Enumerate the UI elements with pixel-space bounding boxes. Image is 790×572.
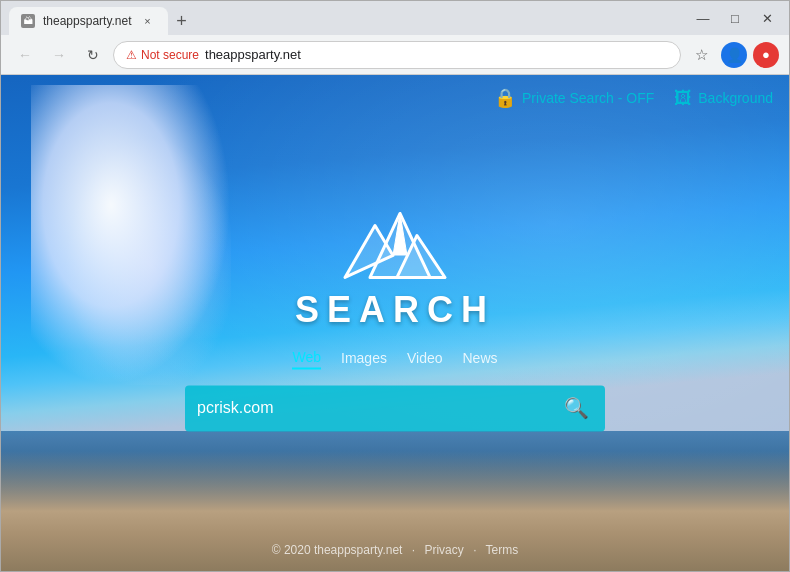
address-bar: ← → ↻ ⚠ Not secure theappsparty.net ☆ 👤 … (1, 35, 789, 75)
page-header: 🔒 Private Search - OFF 🖼 Background (494, 87, 773, 109)
search-icon: 🔍 (564, 396, 589, 420)
tab-title: theappsparty.net (43, 14, 132, 28)
url-bar[interactable]: ⚠ Not secure theappsparty.net (113, 41, 681, 69)
tab-favicon: 🏔 (21, 14, 35, 28)
maximize-button[interactable]: □ (721, 4, 749, 32)
search-button[interactable]: 🔍 (560, 392, 593, 424)
close-button[interactable]: ✕ (753, 4, 781, 32)
tab-close-button[interactable]: × (140, 13, 156, 29)
tab-area: 🏔 theappsparty.net × + (9, 1, 685, 35)
private-search-button[interactable]: 🔒 Private Search - OFF (494, 87, 654, 109)
minimize-button[interactable]: — (689, 4, 717, 32)
title-bar: 🏔 theappsparty.net × + — □ ✕ (1, 1, 789, 35)
search-tabs: Web Images Video News (292, 347, 497, 369)
tab-news[interactable]: News (463, 348, 498, 368)
security-text: Not secure (141, 48, 199, 62)
profile-icon: 👤 (726, 47, 743, 63)
background-button[interactable]: 🖼 Background (674, 88, 773, 109)
back-button[interactable]: ← (11, 41, 39, 69)
tab-video[interactable]: Video (407, 348, 443, 368)
search-input[interactable] (197, 399, 552, 417)
browser-window: 🏔 theappsparty.net × + — □ ✕ ← → ↻ ⚠ Not… (0, 0, 790, 572)
footer-privacy-link[interactable]: Privacy (424, 543, 463, 557)
lock-icon: 🔒 (494, 87, 516, 109)
center-content: SEARCH Web Images Video News 🔍 (185, 205, 605, 431)
active-tab[interactable]: 🏔 theappsparty.net × (9, 7, 168, 35)
background-label: Background (698, 90, 773, 106)
profile-button[interactable]: 👤 (721, 42, 747, 68)
forward-button[interactable]: → (45, 41, 73, 69)
extension-button[interactable]: ● (753, 42, 779, 68)
private-search-label: Private Search - OFF (522, 90, 654, 106)
reload-button[interactable]: ↻ (79, 41, 107, 69)
extension-icon: ● (762, 47, 770, 62)
logo-container: SEARCH (295, 205, 495, 331)
address-actions: ☆ 👤 ● (687, 41, 779, 69)
warning-icon: ⚠ (126, 48, 137, 62)
search-box: 🔍 (185, 385, 605, 431)
bookmark-button[interactable]: ☆ (687, 41, 715, 69)
logo-text: SEARCH (295, 289, 495, 331)
logo-icon (335, 205, 455, 285)
page-content: 🔒 Private Search - OFF 🖼 Background (1, 75, 789, 571)
security-warning: ⚠ Not secure (126, 48, 199, 62)
footer-terms-link[interactable]: Terms (486, 543, 519, 557)
footer-dot-1: · (412, 543, 415, 557)
footer-copyright: © 2020 theappsparty.net (272, 543, 403, 557)
image-icon: 🖼 (674, 88, 692, 109)
footer-dot-2: · (473, 543, 476, 557)
url-text[interactable]: theappsparty.net (205, 47, 668, 62)
page-footer: © 2020 theappsparty.net · Privacy · Term… (1, 543, 789, 557)
tab-web[interactable]: Web (292, 347, 321, 369)
tab-images[interactable]: Images (341, 348, 387, 368)
window-controls: — □ ✕ (689, 4, 781, 32)
new-tab-button[interactable]: + (168, 7, 196, 35)
